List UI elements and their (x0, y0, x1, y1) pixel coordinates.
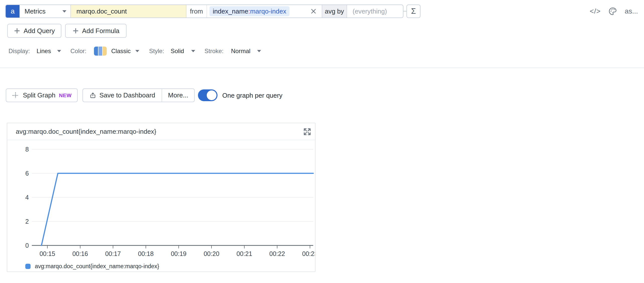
expand-icon (302, 127, 312, 136)
graph-actions-row: Split Graph NEW Save to Dashboard More..… (0, 88, 644, 102)
chevron-down-icon[interactable] (57, 50, 61, 52)
chevron-down-icon[interactable] (191, 50, 195, 52)
avg-by-button[interactable]: avg by (322, 5, 347, 18)
more-button[interactable]: More... (162, 89, 194, 102)
split-grid-icon (12, 92, 19, 99)
palette-stripe (98, 47, 102, 56)
svg-text:6: 6 (25, 170, 29, 177)
query-pill: a Metrics from index_name:marqo-index av… (5, 5, 403, 18)
as-label[interactable]: as... (625, 7, 638, 15)
svg-text:00:17: 00:17 (105, 250, 121, 257)
query-letter-badge: a (6, 5, 20, 18)
legend-swatch (25, 264, 31, 269)
chevron-down-icon[interactable] (257, 50, 261, 52)
new-badge: NEW (59, 92, 72, 98)
palette-stripe (94, 47, 98, 56)
stroke-label: Stroke: (204, 48, 224, 55)
add-formula-label: Add Formula (82, 27, 120, 35)
one-graph-toggle[interactable] (198, 89, 218, 101)
legend-item[interactable]: avg:marqo.doc_count{index_name:marqo-ind… (25, 263, 159, 270)
svg-text:00:16: 00:16 (72, 250, 88, 257)
group-by-section (347, 5, 403, 18)
metric-input-wrap (71, 5, 186, 18)
palette-icon[interactable] (608, 7, 617, 16)
split-graph-label: Split Graph (23, 91, 55, 99)
add-query-label: Add Query (24, 27, 55, 35)
timeseries-card: avg:marqo.doc_count{index_name:marqo-ind… (7, 123, 315, 272)
svg-text:00:15: 00:15 (40, 250, 55, 257)
chevron-down-icon (62, 10, 66, 13)
svg-text:00:20: 00:20 (204, 250, 220, 257)
expand-graph-button[interactable] (302, 127, 312, 136)
timeseries-svg[interactable]: 0246800:1500:1600:1700:1800:1900:2000:21… (7, 141, 315, 257)
filter-value: marqo-index (250, 8, 286, 15)
split-graph-button[interactable]: Split Graph NEW (6, 88, 78, 102)
display-options-row: Display: Lines Color: Classic Style: Sol… (0, 45, 644, 58)
display-label: Display: (9, 48, 30, 55)
close-icon (310, 8, 317, 15)
add-query-button[interactable]: Add Query (7, 24, 61, 38)
clear-filter-button[interactable] (309, 7, 318, 16)
filter-colon: : (248, 8, 250, 15)
svg-text:0: 0 (25, 242, 29, 249)
svg-text:2: 2 (25, 218, 29, 225)
save-button-group: Save to Dashboard More... (82, 88, 195, 102)
chart-header: avg:marqo.doc_count{index_name:marqo-ind… (7, 123, 315, 140)
style-value-dropdown[interactable]: Solid (171, 48, 184, 55)
plus-icon (72, 28, 79, 34)
svg-text:00:23: 00:23 (302, 250, 315, 257)
svg-text:00:18: 00:18 (138, 250, 154, 257)
query-row: a Metrics from index_name:marqo-index av… (5, 5, 420, 18)
display-value-dropdown[interactable]: Lines (37, 48, 51, 55)
data-source-dropdown[interactable]: Metrics (20, 5, 71, 18)
palette-stripe (103, 47, 107, 56)
svg-text:8: 8 (25, 146, 29, 153)
plus-icon (14, 28, 20, 34)
sigma-button[interactable]: Σ (406, 5, 420, 18)
code-icon[interactable]: </> (590, 7, 601, 15)
svg-text:00:21: 00:21 (237, 250, 252, 257)
save-to-dashboard-label: Save to Dashboard (99, 91, 155, 99)
filter-section: index_name:marqo-index (207, 5, 322, 18)
classic-palette-swatch[interactable] (94, 47, 107, 56)
filter-key: index_name (213, 8, 248, 15)
from-label: from (186, 5, 207, 18)
toggle-knob (207, 90, 217, 100)
svg-text:00:22: 00:22 (269, 250, 285, 257)
filter-chip[interactable]: index_name:marqo-index (209, 6, 289, 16)
style-label: Style: (149, 48, 164, 55)
query-toolbar-icons: </> as... (590, 5, 638, 18)
metric-input[interactable] (71, 8, 186, 15)
legend-label: avg:marqo.doc_count{index_name:marqo-ind… (35, 263, 159, 270)
section-divider (0, 68, 644, 68)
add-formula-button[interactable]: Add Formula (65, 24, 127, 38)
chart-title: avg:marqo.doc_count{index_name:marqo-ind… (16, 128, 156, 135)
stroke-value-dropdown[interactable]: Normal (231, 48, 250, 55)
color-value-dropdown[interactable]: Classic (111, 48, 131, 55)
group-by-input[interactable] (352, 7, 402, 16)
one-graph-toggle-label: One graph per query (222, 91, 282, 99)
export-icon (89, 92, 96, 99)
svg-text:4: 4 (25, 194, 29, 201)
save-to-dashboard-button[interactable]: Save to Dashboard (83, 89, 162, 102)
data-source-label: Metrics (25, 8, 46, 15)
svg-text:00:19: 00:19 (171, 250, 187, 257)
color-label: Color: (70, 48, 86, 55)
sigma-connector (403, 11, 406, 12)
chevron-down-icon[interactable] (135, 50, 139, 52)
